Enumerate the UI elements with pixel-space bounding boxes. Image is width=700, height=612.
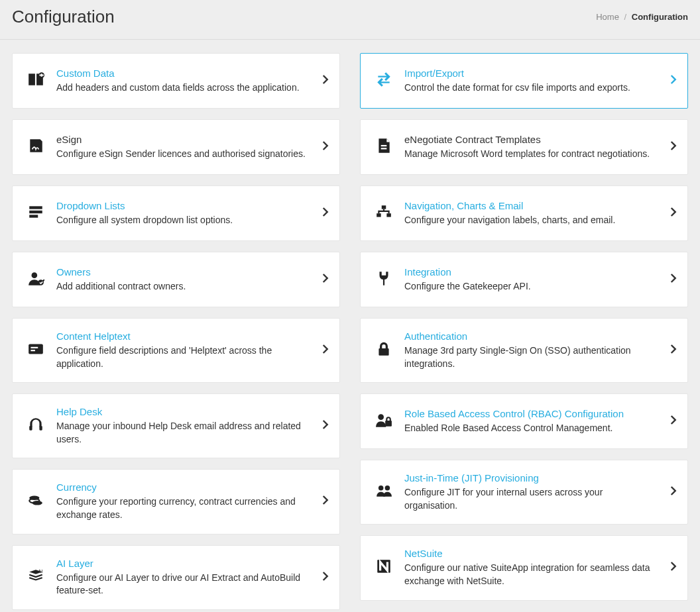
breadcrumb-current: Configuration bbox=[632, 12, 688, 22]
card-esign[interactable]: eSignConfigure eSign Sender licences and… bbox=[12, 119, 340, 175]
card-just-in-time-jit-provisioning[interactable]: Just-in-Time (JIT) ProvisioningConfigure… bbox=[360, 460, 688, 525]
cards-grid: Custom DataAdd headers and custom data f… bbox=[0, 40, 700, 612]
right-column: Import/ExportControl the date format for… bbox=[360, 53, 688, 612]
card-title: Custom Data bbox=[56, 68, 310, 79]
card-desc: Configure JIT for your internal users ac… bbox=[404, 486, 658, 512]
page-title: Configuration bbox=[12, 7, 115, 27]
card-desc: Configure our AI Layer to drive our AI E… bbox=[56, 572, 310, 597]
card-enegotiate-contract-templates[interactable]: eNegotiate Contract TemplatesManage Micr… bbox=[360, 119, 688, 175]
card-title: Navigation, Charts & Email bbox=[404, 200, 658, 211]
card-body: eNegotiate Contract TemplatesManage Micr… bbox=[404, 134, 675, 161]
card-body: AI LayerConfigure our AI Layer to drive … bbox=[56, 558, 327, 597]
card-netsuite[interactable]: NetSuiteConfigure our native SuiteApp in… bbox=[360, 535, 688, 600]
card-authentication[interactable]: AuthenticationManage 3rd party Single-Si… bbox=[360, 318, 688, 383]
card-body: AuthenticationManage 3rd party Single-Si… bbox=[404, 331, 675, 370]
chevron-right-icon bbox=[322, 272, 330, 287]
card-body: Just-in-Time (JIT) ProvisioningConfigure… bbox=[404, 472, 675, 512]
card-help-desk[interactable]: Help DeskManage your inbound Help Desk e… bbox=[12, 393, 340, 458]
chevron-right-icon bbox=[670, 342, 678, 358]
card-body: Dropdown ListsConfigure all system dropd… bbox=[56, 200, 327, 227]
card-desc: Control the date format for csv file imp… bbox=[404, 81, 658, 95]
chevron-right-icon bbox=[322, 493, 330, 509]
chevron-right-icon bbox=[322, 418, 330, 434]
esign-icon bbox=[25, 137, 47, 157]
ai-icon bbox=[25, 568, 47, 587]
card-desc: Configure your navigation labels, charts… bbox=[404, 214, 658, 227]
card-role-based-access-control-rbac-configuration[interactable]: Role Based Access Control (RBAC) Configu… bbox=[360, 393, 688, 449]
card-title: NetSuite bbox=[404, 548, 658, 559]
chevron-right-icon bbox=[670, 73, 678, 89]
chevron-right-icon bbox=[670, 560, 678, 576]
card-title: Help Desk bbox=[56, 406, 310, 417]
card-content-helptext[interactable]: Content HelptextConfigure field descript… bbox=[12, 318, 340, 383]
breadcrumb: Home / Configuration bbox=[596, 12, 688, 22]
dropdown-icon bbox=[25, 203, 47, 223]
card-title: Import/Export bbox=[404, 68, 658, 79]
card-body: Role Based Access Control (RBAC) Configu… bbox=[404, 408, 675, 435]
helpdesk-icon bbox=[25, 416, 47, 436]
nav-icon bbox=[373, 203, 395, 223]
card-title: Role Based Access Control (RBAC) Configu… bbox=[404, 408, 658, 419]
chevron-right-icon bbox=[670, 205, 678, 221]
card-owners[interactable]: OwnersAdd additional contract owners. bbox=[12, 252, 340, 307]
chevron-right-icon bbox=[670, 139, 678, 155]
card-body: OwnersAdd additional contract owners. bbox=[56, 266, 327, 293]
card-dropdown-lists[interactable]: Dropdown ListsConfigure all system dropd… bbox=[12, 185, 340, 241]
card-import-export[interactable]: Import/ExportControl the date format for… bbox=[360, 53, 688, 109]
card-title: AI Layer bbox=[56, 558, 310, 569]
card-title: eNegotiate Contract Templates bbox=[404, 134, 658, 145]
chevron-right-icon bbox=[322, 139, 330, 155]
helptext-icon bbox=[25, 340, 47, 360]
rbac-icon bbox=[373, 411, 395, 431]
auth-icon bbox=[373, 340, 395, 360]
netsuite-icon bbox=[373, 558, 395, 578]
chevron-right-icon bbox=[670, 484, 678, 500]
enegotiate-icon bbox=[373, 137, 395, 157]
card-title: Content Helptext bbox=[56, 331, 310, 342]
card-title: Dropdown Lists bbox=[56, 200, 310, 211]
integration-icon bbox=[373, 270, 395, 289]
breadcrumb-sep: / bbox=[624, 12, 627, 22]
custom-data-icon bbox=[25, 71, 47, 91]
card-body: NetSuiteConfigure our native SuiteApp in… bbox=[404, 548, 675, 587]
card-desc: Configure field descriptions and 'Helpte… bbox=[56, 344, 310, 370]
jit-icon bbox=[373, 482, 395, 502]
card-navigation-charts-email[interactable]: Navigation, Charts & EmailConfigure your… bbox=[360, 185, 688, 241]
card-body: Content HelptextConfigure field descript… bbox=[56, 331, 327, 370]
import-export-icon bbox=[373, 71, 395, 91]
card-title: Just-in-Time (JIT) Provisioning bbox=[404, 472, 658, 484]
breadcrumb-home[interactable]: Home bbox=[596, 12, 619, 22]
card-desc: Add additional contract owners. bbox=[56, 280, 310, 293]
card-title: Owners bbox=[56, 266, 310, 278]
card-desc: Manage your inbound Help Desk email addr… bbox=[56, 420, 310, 446]
chevron-right-icon bbox=[670, 413, 678, 429]
card-ai-layer[interactable]: AI LayerConfigure our AI Layer to drive … bbox=[12, 545, 340, 610]
left-column: Custom DataAdd headers and custom data f… bbox=[12, 53, 340, 612]
card-integration[interactable]: IntegrationConfigure the Gatekeeper API. bbox=[360, 252, 688, 307]
card-title: eSign bbox=[56, 134, 310, 145]
card-body: Navigation, Charts & EmailConfigure your… bbox=[404, 200, 675, 227]
card-currency[interactable]: CurrencyConfigure your reporting currenc… bbox=[12, 469, 340, 534]
card-desc: Configure your reporting currency, contr… bbox=[56, 495, 310, 521]
chevron-right-icon bbox=[322, 205, 330, 221]
card-custom-data[interactable]: Custom DataAdd headers and custom data f… bbox=[12, 53, 340, 109]
card-body: Help DeskManage your inbound Help Desk e… bbox=[56, 406, 327, 446]
card-desc: Configure the Gatekeeper API. bbox=[404, 280, 658, 293]
card-desc: Add headers and custom data fields acros… bbox=[56, 81, 310, 95]
chevron-right-icon bbox=[322, 342, 330, 358]
card-desc: Manage 3rd party Single-Sign On (SSO) au… bbox=[404, 344, 658, 370]
chevron-right-icon bbox=[670, 272, 678, 287]
card-desc: Configure all system dropdown list optio… bbox=[56, 214, 310, 227]
owners-icon bbox=[25, 270, 47, 289]
card-body: CurrencyConfigure your reporting currenc… bbox=[56, 482, 327, 521]
page-header: Configuration Home / Configuration bbox=[0, 0, 700, 40]
currency-icon bbox=[25, 491, 47, 511]
card-title: Integration bbox=[404, 266, 658, 278]
chevron-right-icon bbox=[322, 73, 330, 89]
card-body: IntegrationConfigure the Gatekeeper API. bbox=[404, 266, 675, 293]
card-body: eSignConfigure eSign Sender licences and… bbox=[56, 134, 327, 161]
card-body: Custom DataAdd headers and custom data f… bbox=[56, 68, 327, 95]
card-desc: Enabled Role Based Access Control Manage… bbox=[404, 422, 658, 435]
card-desc: Configure our native SuiteApp integratio… bbox=[404, 562, 658, 587]
card-title: Currency bbox=[56, 482, 310, 493]
